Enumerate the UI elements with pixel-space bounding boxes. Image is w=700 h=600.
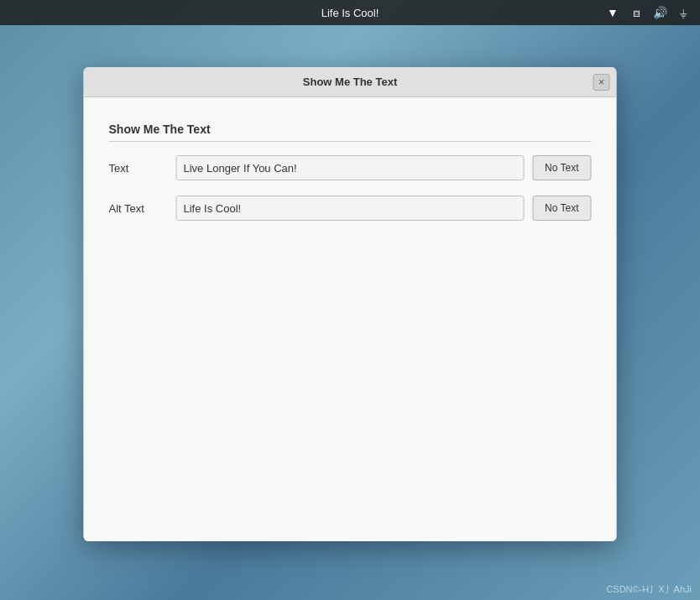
no-text-button-2[interactable]: No Text [532,196,591,221]
topbar-icons: ▼ ⧈ 🔊 ⏚ [604,4,692,21]
text-input[interactable] [176,155,525,180]
dialog-titlebar: Show Me The Text × [84,67,617,97]
watermark: CSDN©-H丿X丿AhJi [606,583,692,596]
alt-text-row: Alt Text No Text [109,196,592,221]
section-title: Show Me The Text [109,123,592,142]
alt-text-input[interactable] [176,196,525,221]
no-text-button-1[interactable]: No Text [532,155,591,180]
alt-text-label: Alt Text [109,202,168,215]
topbar: Life Is Cool! ▼ ⧈ 🔊 ⏚ [0,0,700,25]
dialog-title: Show Me The Text [303,76,397,88]
desktop: Show Me The Text × Show Me The Text Text… [0,25,700,600]
bluetooth-icon: ⧈ [628,4,645,21]
text-label: Text [109,162,168,175]
volume-icon: 🔊 [651,4,668,21]
topbar-title: Life Is Cool! [321,7,379,19]
close-button[interactable]: × [593,74,610,91]
battery-icon: ⏚ [675,4,692,21]
wifi-icon: ▼ [604,4,621,21]
dialog-body: Show Me The Text Text No Text Alt Text N… [84,97,617,541]
dialog: Show Me The Text × Show Me The Text Text… [84,67,617,541]
text-row: Text No Text [109,155,592,180]
